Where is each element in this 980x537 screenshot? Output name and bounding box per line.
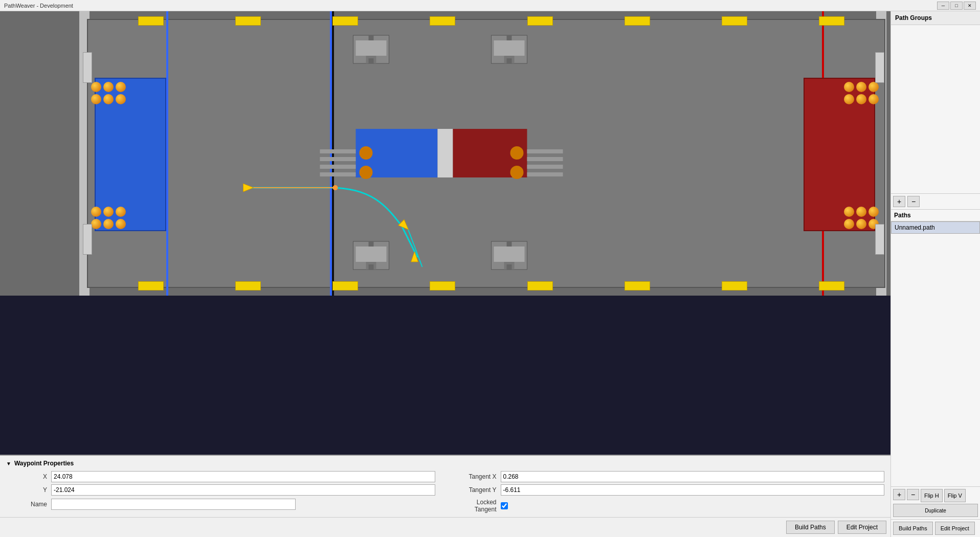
ball xyxy=(116,207,126,217)
path-groups-section xyxy=(891,25,980,194)
tangent-x-row: Tangent X xyxy=(456,471,885,482)
locked-tangent-row: Locked Tangent xyxy=(456,499,885,513)
window-controls: ─ □ ✕ xyxy=(937,2,976,10)
orange-balls-bottom-right xyxy=(844,207,879,229)
close-button[interactable]: ✕ xyxy=(964,2,976,10)
flip-v-button[interactable]: Flip V xyxy=(944,489,966,502)
x-label: X xyxy=(6,473,47,480)
wall-right-detail-top xyxy=(875,52,884,83)
wall-left-detail-bottom xyxy=(83,224,92,255)
right-panel: Path Groups + − Paths Unnamed.path + − F… xyxy=(890,11,980,537)
ball xyxy=(844,94,854,104)
wall-right-detail-bottom xyxy=(875,224,884,255)
paths-label: Paths xyxy=(891,210,980,221)
marker-b6 xyxy=(625,281,650,290)
remove-group-button[interactable]: − xyxy=(907,196,920,207)
bottom-action-bar: Build Paths Edit Project xyxy=(0,517,890,537)
ball xyxy=(91,219,101,229)
x-input[interactable] xyxy=(51,471,435,482)
path-action-tools: + − Flip H Flip V Duplicate xyxy=(891,486,980,519)
ball xyxy=(116,219,126,229)
properties-label: Waypoint Properties xyxy=(14,460,74,467)
marker-t8 xyxy=(819,16,844,26)
duplicate-button[interactable]: Duplicate xyxy=(893,504,978,517)
floor-area xyxy=(87,19,885,288)
locked-tangent-checkbox[interactable] xyxy=(501,502,508,509)
vline-blue-left xyxy=(166,11,168,296)
ball xyxy=(856,94,866,104)
marker-t4 xyxy=(430,16,455,26)
y-input[interactable] xyxy=(51,484,435,496)
ball xyxy=(103,219,114,229)
marker-b3 xyxy=(332,281,358,290)
path-item[interactable]: Unnamed.path xyxy=(891,221,980,234)
add-path-button[interactable]: + xyxy=(893,489,905,500)
tangent-y-input[interactable] xyxy=(501,484,885,496)
right-build-paths-button[interactable]: Build Paths xyxy=(893,522,933,535)
main-container: ▼ Waypoint Properties X Y Name xyxy=(0,11,980,537)
right-edit-project-button[interactable]: Edit Project xyxy=(935,522,975,535)
vline-black xyxy=(332,11,334,296)
edit-project-button[interactable]: Edit Project xyxy=(838,521,886,534)
app-title: PathWeaver - Development xyxy=(4,3,73,9)
ball xyxy=(116,82,126,92)
marker-t1 xyxy=(138,16,164,26)
marker-b7 xyxy=(722,281,747,290)
marker-t5 xyxy=(527,16,553,26)
properties-panel: ▼ Waypoint Properties X Y Name xyxy=(0,455,890,517)
marker-t3 xyxy=(332,16,358,26)
x-row: X xyxy=(6,471,435,482)
y-row: Y xyxy=(6,484,435,496)
properties-title: ▼ Waypoint Properties xyxy=(6,460,884,467)
orange-balls-top-right xyxy=(844,82,879,104)
ball xyxy=(844,207,854,217)
marker-b2 xyxy=(235,281,261,290)
right-bottom-btn-row: Build Paths Edit Project xyxy=(891,519,980,537)
viewport-and-bottom: ▼ Waypoint Properties X Y Name xyxy=(0,11,890,537)
ball xyxy=(103,82,114,92)
minimize-button[interactable]: ─ xyxy=(937,2,949,10)
ball xyxy=(844,219,854,229)
tangent-x-label: Tangent X xyxy=(456,473,497,480)
left-props-col: X Y Name xyxy=(6,471,435,513)
orange-balls-bottom-left xyxy=(91,207,126,229)
name-label: Name xyxy=(6,501,47,508)
ball xyxy=(103,207,114,217)
add-group-button[interactable]: + xyxy=(893,196,905,207)
flip-h-button[interactable]: Flip H xyxy=(921,489,943,502)
canvas-area[interactable] xyxy=(0,11,890,296)
tangent-y-row: Tangent Y xyxy=(456,484,885,496)
ball xyxy=(856,219,866,229)
ball xyxy=(856,82,866,92)
marker-b1 xyxy=(138,281,164,290)
right-panel-header: Path Groups xyxy=(891,11,980,25)
right-props-col: Tangent X Tangent Y Locked Tangent xyxy=(456,471,885,513)
name-input[interactable] xyxy=(51,499,296,510)
marker-t2 xyxy=(235,16,261,26)
wall-left-detail-top xyxy=(83,52,92,83)
right-spacer xyxy=(891,234,980,486)
ball xyxy=(91,94,101,104)
ball xyxy=(103,94,114,104)
title-bar: PathWeaver - Development ─ □ ✕ xyxy=(0,0,980,11)
ball xyxy=(868,207,879,217)
marker-b4 xyxy=(430,281,455,290)
ball xyxy=(856,207,866,217)
tangent-x-input[interactable] xyxy=(501,471,885,482)
group-tools: + − xyxy=(891,194,980,210)
properties-grid: X Y Name Tangent X xyxy=(6,471,884,513)
ball xyxy=(91,207,101,217)
remove-path-button[interactable]: − xyxy=(907,489,919,500)
bottom-dark-panel xyxy=(0,296,890,455)
marker-b5 xyxy=(527,281,553,290)
locked-tangent-label: Locked Tangent xyxy=(456,499,497,513)
name-row: Name xyxy=(6,499,435,510)
yellow-markers-bottom xyxy=(102,281,880,290)
properties-arrow-icon: ▼ xyxy=(6,461,11,466)
ball xyxy=(116,94,126,104)
build-paths-button[interactable]: Build Paths xyxy=(786,521,835,534)
maximize-button[interactable]: □ xyxy=(950,2,963,10)
ball xyxy=(844,82,854,92)
ball xyxy=(91,82,101,92)
ball xyxy=(868,82,879,92)
